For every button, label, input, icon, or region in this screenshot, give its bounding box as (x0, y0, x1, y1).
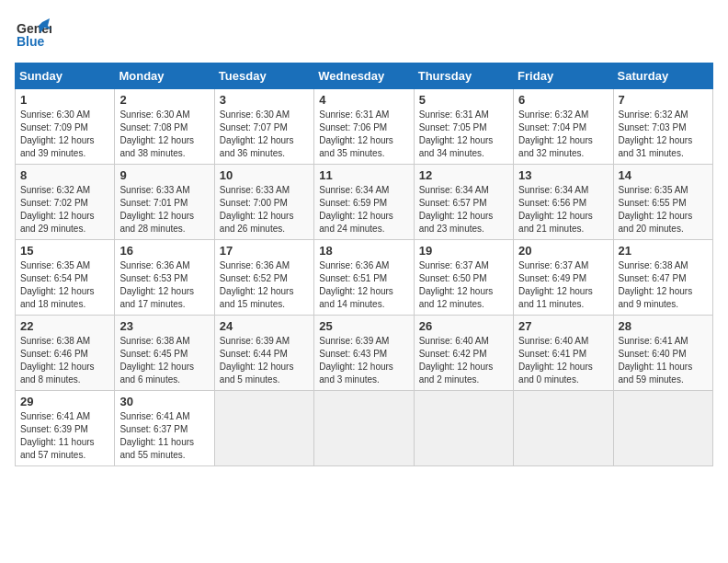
calendar-header: SundayMondayTuesdayWednesdayThursdayFrid… (16, 63, 713, 89)
day-info: Sunrise: 6:34 AM Sunset: 6:56 PM Dayligh… (518, 184, 608, 236)
weekday-header: Tuesday (214, 63, 313, 89)
calendar-cell: 17 Sunrise: 6:36 AM Sunset: 6:52 PM Dayl… (214, 240, 313, 316)
day-info: Sunrise: 6:35 AM Sunset: 6:55 PM Dayligh… (619, 184, 708, 236)
calendar-cell: 25 Sunrise: 6:39 AM Sunset: 6:43 PM Dayl… (314, 316, 414, 391)
day-number: 14 (619, 168, 708, 182)
day-info: Sunrise: 6:31 AM Sunset: 7:05 PM Dayligh… (419, 109, 508, 160)
day-info: Sunrise: 6:32 AM Sunset: 7:03 PM Dayligh… (619, 109, 708, 160)
weekday-header: Sunday (16, 63, 115, 89)
day-info: Sunrise: 6:30 AM Sunset: 7:07 PM Dayligh… (220, 109, 309, 160)
calendar-cell (314, 391, 414, 466)
calendar-cell: 4 Sunrise: 6:31 AM Sunset: 7:06 PM Dayli… (314, 89, 414, 165)
calendar-cell: 28 Sunrise: 6:41 AM Sunset: 6:40 PM Dayl… (613, 316, 712, 391)
day-number: 15 (20, 244, 109, 258)
day-number: 5 (419, 93, 508, 107)
day-info: Sunrise: 6:32 AM Sunset: 7:04 PM Dayligh… (518, 109, 608, 160)
day-info: Sunrise: 6:37 AM Sunset: 6:49 PM Dayligh… (518, 259, 608, 311)
day-info: Sunrise: 6:39 AM Sunset: 6:43 PM Dayligh… (319, 335, 408, 386)
day-number: 20 (518, 244, 608, 258)
day-number: 10 (220, 168, 309, 182)
day-number: 26 (419, 319, 508, 333)
day-number: 7 (619, 93, 708, 107)
day-number: 17 (220, 244, 309, 258)
calendar-cell: 7 Sunrise: 6:32 AM Sunset: 7:03 PM Dayli… (613, 89, 712, 165)
day-info: Sunrise: 6:34 AM Sunset: 6:59 PM Dayligh… (319, 184, 408, 236)
calendar-cell (514, 391, 613, 466)
page-header: General Blue (15, 15, 713, 52)
day-info: Sunrise: 6:34 AM Sunset: 6:57 PM Dayligh… (419, 184, 508, 236)
day-number: 6 (518, 93, 608, 107)
logo: General Blue (15, 15, 51, 52)
weekday-header: Monday (115, 63, 214, 89)
day-info: Sunrise: 6:36 AM Sunset: 6:51 PM Dayligh… (319, 259, 408, 311)
day-info: Sunrise: 6:40 AM Sunset: 6:41 PM Dayligh… (518, 335, 608, 386)
day-info: Sunrise: 6:36 AM Sunset: 6:53 PM Dayligh… (119, 259, 209, 311)
day-info: Sunrise: 6:35 AM Sunset: 6:54 PM Dayligh… (20, 259, 109, 311)
calendar-cell (613, 391, 712, 466)
weekday-header: Wednesday (314, 63, 414, 89)
day-info: Sunrise: 6:33 AM Sunset: 7:01 PM Dayligh… (119, 184, 209, 236)
day-info: Sunrise: 6:36 AM Sunset: 6:52 PM Dayligh… (220, 259, 309, 311)
svg-text:Blue: Blue (17, 34, 45, 49)
day-info: Sunrise: 6:40 AM Sunset: 6:42 PM Dayligh… (419, 335, 508, 386)
calendar-cell: 29 Sunrise: 6:41 AM Sunset: 6:39 PM Dayl… (16, 391, 115, 466)
day-info: Sunrise: 6:31 AM Sunset: 7:06 PM Dayligh… (319, 109, 408, 160)
calendar-cell: 22 Sunrise: 6:38 AM Sunset: 6:46 PM Dayl… (16, 316, 115, 391)
calendar-cell (414, 391, 513, 466)
day-number: 16 (119, 244, 209, 258)
day-info: Sunrise: 6:30 AM Sunset: 7:09 PM Dayligh… (20, 109, 109, 160)
day-number: 8 (20, 168, 109, 182)
calendar-cell: 27 Sunrise: 6:40 AM Sunset: 6:41 PM Dayl… (514, 316, 613, 391)
day-number: 18 (319, 244, 408, 258)
logo-icon: General Blue (15, 15, 51, 52)
day-info: Sunrise: 6:41 AM Sunset: 6:37 PM Dayligh… (119, 410, 209, 462)
weekday-header: Friday (514, 63, 613, 89)
calendar-cell: 26 Sunrise: 6:40 AM Sunset: 6:42 PM Dayl… (414, 316, 513, 391)
day-number: 13 (518, 168, 608, 182)
calendar-cell: 20 Sunrise: 6:37 AM Sunset: 6:49 PM Dayl… (514, 240, 613, 316)
day-info: Sunrise: 6:39 AM Sunset: 6:44 PM Dayligh… (220, 335, 309, 386)
calendar-cell: 2 Sunrise: 6:30 AM Sunset: 7:08 PM Dayli… (115, 89, 214, 165)
calendar-cell: 8 Sunrise: 6:32 AM Sunset: 7:02 PM Dayli… (16, 165, 115, 240)
calendar-cell: 10 Sunrise: 6:33 AM Sunset: 7:00 PM Dayl… (214, 165, 313, 240)
calendar-cell: 13 Sunrise: 6:34 AM Sunset: 6:56 PM Dayl… (514, 165, 613, 240)
weekday-header: Saturday (613, 63, 712, 89)
day-info: Sunrise: 6:37 AM Sunset: 6:50 PM Dayligh… (419, 259, 508, 311)
day-number: 23 (119, 319, 209, 333)
calendar-cell: 14 Sunrise: 6:35 AM Sunset: 6:55 PM Dayl… (613, 165, 712, 240)
day-number: 3 (220, 93, 309, 107)
calendar-cell: 19 Sunrise: 6:37 AM Sunset: 6:50 PM Dayl… (414, 240, 513, 316)
calendar-cell: 3 Sunrise: 6:30 AM Sunset: 7:07 PM Dayli… (214, 89, 313, 165)
calendar-cell: 24 Sunrise: 6:39 AM Sunset: 6:44 PM Dayl… (214, 316, 313, 391)
day-number: 28 (619, 319, 708, 333)
day-info: Sunrise: 6:38 AM Sunset: 6:45 PM Dayligh… (119, 335, 209, 386)
day-number: 4 (319, 93, 408, 107)
weekday-header: Thursday (414, 63, 513, 89)
calendar-cell (214, 391, 313, 466)
calendar-cell: 15 Sunrise: 6:35 AM Sunset: 6:54 PM Dayl… (16, 240, 115, 316)
day-number: 2 (119, 93, 209, 107)
calendar-table: SundayMondayTuesdayWednesdayThursdayFrid… (15, 63, 713, 466)
day-info: Sunrise: 6:33 AM Sunset: 7:00 PM Dayligh… (220, 184, 309, 236)
day-number: 12 (419, 168, 508, 182)
calendar-cell: 5 Sunrise: 6:31 AM Sunset: 7:05 PM Dayli… (414, 89, 513, 165)
day-number: 1 (20, 93, 109, 107)
day-number: 30 (119, 395, 209, 408)
day-number: 27 (518, 319, 608, 333)
calendar-cell: 12 Sunrise: 6:34 AM Sunset: 6:57 PM Dayl… (414, 165, 513, 240)
day-number: 25 (319, 319, 408, 333)
calendar-cell: 6 Sunrise: 6:32 AM Sunset: 7:04 PM Dayli… (514, 89, 613, 165)
calendar-cell: 18 Sunrise: 6:36 AM Sunset: 6:51 PM Dayl… (314, 240, 414, 316)
day-number: 22 (20, 319, 109, 333)
day-info: Sunrise: 6:38 AM Sunset: 6:47 PM Dayligh… (619, 259, 708, 311)
day-number: 29 (20, 395, 109, 408)
calendar-cell: 11 Sunrise: 6:34 AM Sunset: 6:59 PM Dayl… (314, 165, 414, 240)
calendar-cell: 30 Sunrise: 6:41 AM Sunset: 6:37 PM Dayl… (115, 391, 214, 466)
day-number: 19 (419, 244, 508, 258)
calendar-cell: 1 Sunrise: 6:30 AM Sunset: 7:09 PM Dayli… (16, 89, 115, 165)
day-number: 9 (119, 168, 209, 182)
day-number: 11 (319, 168, 408, 182)
calendar-cell: 16 Sunrise: 6:36 AM Sunset: 6:53 PM Dayl… (115, 240, 214, 316)
day-info: Sunrise: 6:41 AM Sunset: 6:40 PM Dayligh… (619, 335, 708, 386)
day-number: 24 (220, 319, 309, 333)
